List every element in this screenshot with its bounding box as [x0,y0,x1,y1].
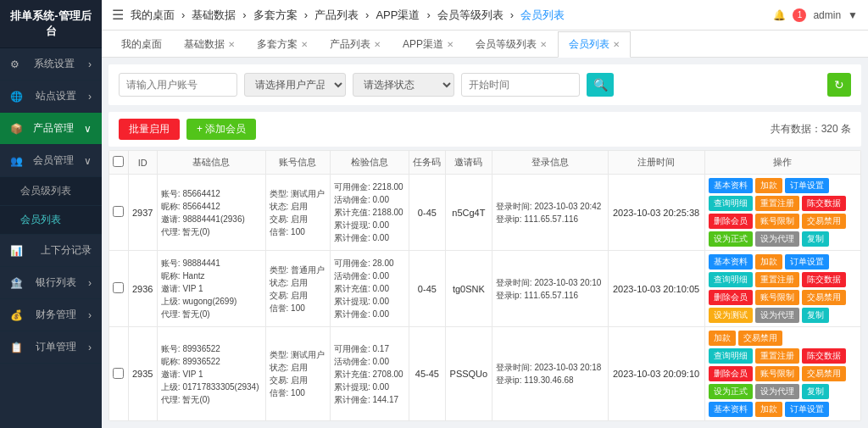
nav-member-grade[interactable]: 会员等级列表 [437,8,504,23]
chevron-right-icon: › [88,91,92,103]
action-button-重置注册-1[interactable]: 重置注册 [755,272,799,287]
action-button-删除会员-2[interactable]: 删除会员 [709,366,753,381]
tab-product-list-close[interactable]: ✕ [374,40,381,49]
sidebar-item-product[interactable]: 📦 产品管理 ∨ [0,113,102,145]
tab-app-label: APP渠道 [403,37,443,52]
action-button-设为测试-1[interactable]: 设为测试 [709,308,753,323]
tab-member-list[interactable]: 会员列表 ✕ [558,31,631,58]
home-link[interactable]: 我的桌面 [131,8,175,23]
tab-home[interactable]: 我的桌面 [110,31,173,57]
user-product-select[interactable]: 请选择用户产品 [244,73,346,97]
action-button-加款-0[interactable]: 加款 [755,178,782,193]
sidebar-item-site[interactable]: 🌐 站点设置 › [0,81,102,113]
app-container: 排单系统-管理后台 ⚙ 系统设置 › 🌐 站点设置 › 📦 产品管理 ∨ 👥 会… [0,0,868,428]
action-button-交易禁用-2[interactable]: 交易禁用 [802,366,846,381]
tab-product-list[interactable]: 产品列表 ✕ [319,31,392,57]
admin-dropdown-icon[interactable]: ▼ [848,9,858,21]
select-all-checkbox[interactable] [113,156,124,167]
sidebar-item-member-grade[interactable]: 会员级列表 [0,177,102,206]
action-button-交易禁用-1[interactable]: 交易禁用 [802,290,846,305]
sidebar-item-finance[interactable]: 💰 财务管理 › [0,299,102,331]
action-button-交易禁用-0[interactable]: 交易禁用 [802,214,846,229]
sidebar-item-label: 订单管理 [36,340,76,354]
tab-multi-close[interactable]: ✕ [301,40,308,49]
tab-multi[interactable]: 多套方案 ✕ [246,31,319,57]
cell-account: 类型: 普通用户 状态: 启用 交易: 启用 信誉: 100 [265,251,330,327]
nav-product-list[interactable]: 产品列表 [314,8,359,23]
cell-actions: 基本资料加款订单设置查询明细重置注册陈交数据删除会员账号限制交易禁用设为正式设为… [704,175,860,251]
action-button-复制-1[interactable]: 复制 [802,308,829,323]
action-button-删除会员-1[interactable]: 删除会员 [709,290,753,305]
action-button-陈交数据-2[interactable]: 陈交数据 [802,348,846,364]
action-button-设为代理-2[interactable]: 设为代理 [755,384,799,399]
add-member-button[interactable]: + 添加会员 [186,119,256,140]
action-button-账号限制-1[interactable]: 账号限制 [755,290,799,305]
sidebar-item-bank[interactable]: 🏦 银行列表 › [0,267,102,299]
nav-app[interactable]: APP渠道 [376,8,420,23]
tab-basic-data-close[interactable]: ✕ [228,40,235,49]
action-button-陈交数据-0[interactable]: 陈交数据 [802,196,846,211]
search-button[interactable]: 🔍 [587,73,614,97]
action-button-复制-2[interactable]: 复制 [802,384,829,399]
batch-enable-button[interactable]: 批量启用 [119,119,180,140]
start-time-input[interactable] [461,73,580,97]
tab-basic-data-label: 基础数据 [184,37,225,52]
nav-basic-data[interactable]: 基础数据 [192,8,236,23]
action-button-加款-1[interactable]: 加款 [755,254,782,270]
action-button-订单设置-2[interactable]: 订单设置 [785,402,829,417]
user-account-input[interactable] [119,73,237,97]
nav-member-list[interactable]: 会员列表 [520,8,565,23]
sidebar-logo: 排单系统-管理后台 [0,0,102,48]
action-button-订单设置-0[interactable]: 订单设置 [785,178,829,193]
action-button-订单设置-1[interactable]: 订单设置 [785,254,829,270]
order-icon: 📋 [10,342,23,353]
action-button-查询明细-0[interactable]: 查询明细 [709,196,753,211]
nav-multi[interactable]: 多套方案 [253,8,298,23]
score-icon: 📊 [10,245,23,257]
sidebar-item-member-list[interactable]: 会员列表 [0,206,102,235]
cell-basic: 账号: 85664412 昵称: 85664412 邀请: 98884441(2… [157,175,265,251]
tab-basic-data[interactable]: 基础数据 ✕ [173,31,246,57]
action-button-基本资料-0[interactable]: 基本资料 [709,178,753,193]
tab-member-grade-close[interactable]: ✕ [540,40,547,49]
bell-icon[interactable]: 🔔 [773,9,786,21]
row-checkbox-2[interactable] [113,368,124,379]
action-button-基本资料-1[interactable]: 基本资料 [709,254,753,270]
breadcrumb-sep6: › [510,8,514,21]
cell-actions: 基本资料加款订单设置查询明细重置注册陈交数据删除会员账号限制交易禁用设为测试设为… [704,251,860,327]
action-button-复制-0[interactable]: 复制 [802,231,829,247]
action-button-交易禁用-2[interactable]: 交易禁用 [738,331,782,346]
tab-member-list-close[interactable]: ✕ [613,40,620,49]
action-button-删除会员-0[interactable]: 删除会员 [709,214,753,229]
cell-account: 类型: 测试用户 状态: 启用 交易: 启用 信誉: 100 [265,327,330,421]
action-button-重置注册-0[interactable]: 重置注册 [755,196,799,211]
sidebar-item-member[interactable]: 👥 会员管理 ∨ [0,145,102,177]
action-button-设为正式-0[interactable]: 设为正式 [709,231,753,247]
col-check: 检验信息 [330,151,409,175]
action-button-设为代理-1[interactable]: 设为代理 [755,308,799,323]
cell-regtime: 2023-10-03 20:09:10 [608,327,704,421]
menu-icon[interactable]: ☰ [112,7,124,23]
tab-app-close[interactable]: ✕ [447,40,453,49]
row-checkbox-1[interactable] [113,282,124,293]
sidebar-item-order[interactable]: 📋 订单管理 › [0,331,102,364]
tab-member-grade[interactable]: 会员等级列表 ✕ [465,31,558,57]
action-button-基本资料-2[interactable]: 基本资料 [709,402,753,417]
action-button-账号限制-0[interactable]: 账号限制 [755,214,799,229]
action-button-设为代理-0[interactable]: 设为代理 [755,231,799,247]
action-button-陈交数据-1[interactable]: 陈交数据 [802,272,846,287]
action-button-设为正式-2[interactable]: 设为正式 [709,384,753,399]
sidebar-item-system[interactable]: ⚙ 系统设置 › [0,48,102,81]
action-button-查询明细-1[interactable]: 查询明细 [709,272,753,287]
action-button-查询明细-2[interactable]: 查询明细 [709,348,753,364]
action-button-加款-2[interactable]: 加款 [755,402,782,417]
row-checkbox-0[interactable] [113,206,124,217]
action-button-重置注册-2[interactable]: 重置注册 [755,348,799,364]
status-select[interactable]: 请选择状态 [353,73,454,97]
member-table: ID 基础信息 账号信息 检验信息 任务码 邀请码 登录信息 注册时间 操作 2… [108,150,861,421]
refresh-button[interactable]: ↻ [827,73,851,97]
sidebar-item-score[interactable]: 📊 上下分记录 [0,235,102,267]
action-button-账号限制-2[interactable]: 账号限制 [755,366,799,381]
action-button-加款-2[interactable]: 加款 [709,331,736,346]
tab-app[interactable]: APP渠道 ✕ [392,31,465,57]
